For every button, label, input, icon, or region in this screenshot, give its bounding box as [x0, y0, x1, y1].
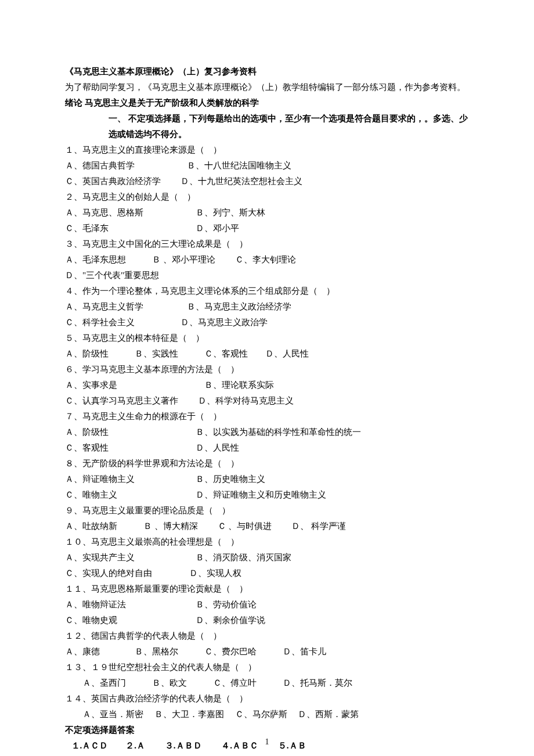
question: ５、马克思主义的根本特征是（ ）	[65, 330, 469, 346]
question: １３、１９世纪空想社会主义的代表人物是（ ）	[65, 660, 469, 675]
question: ７、马克思主义生命力的根源在于（ ）	[65, 409, 469, 424]
question: １４、英国古典政治经济学的代表人物是（ ）	[65, 691, 469, 707]
question: １、马克思主义的直接理论来源是（ ）	[65, 142, 469, 158]
option-line: Ａ、实事求是 Ｂ、理论联系实际	[65, 377, 469, 393]
question: １０、马克思主义最崇高的社会理想是（ ）	[65, 534, 469, 550]
option-line: Ａ、辩证唯物主义 Ｂ、历史唯物主义	[65, 471, 469, 487]
option-line: Ａ、阶级性 Ｂ、实践性 Ｃ、客观性 Ｄ、人民性	[65, 346, 469, 362]
option-line: Ｃ、认真学习马克思主义著作 Ｄ、科学对待马克思主义	[65, 393, 469, 409]
question: ９、马克思主义最重要的理论品质是（ ）	[65, 503, 469, 519]
option-line: Ａ、阶级性 Ｂ、以实践为基础的科学性和革命性的统一	[65, 424, 469, 440]
question: １１、马克思恩格斯最重要的理论贡献是（ ）	[65, 581, 469, 597]
option-line: Ａ、德国古典哲学 Ｂ、十八世纪法国唯物主义	[65, 158, 469, 174]
option-line: Ｃ、唯物主义 Ｄ、辩证唯物主义和历史唯物主义	[65, 487, 469, 503]
question: ２、马克思主义的创始人是（ ）	[65, 189, 469, 205]
question-list: １、马克思主义的直接理论来源是（ ）Ａ、德国古典哲学 Ｂ、十八世纪法国唯物主义Ｃ…	[65, 142, 469, 722]
option-line: Ｃ、客观性 Ｄ、人民性	[65, 440, 469, 456]
question: ３、马克思主义中国化的三大理论成果是（ ）	[65, 236, 469, 252]
option-line: Ａ、实现共产主义 Ｂ、消灭阶级、消灭国家	[65, 550, 469, 566]
option-line: Ｃ、唯物史观 Ｄ、剩余价值学说	[65, 613, 469, 628]
option-line: Ｃ、科学社会主义 Ｄ、马克思主义政治学	[65, 315, 469, 330]
option-line: Ａ、马克思、恩格斯 Ｂ、列宁、斯大林	[65, 205, 469, 221]
option-line: Ａ、圣西门 Ｂ、欧文 Ｃ、傅立叶 Ｄ、托马斯．莫尔	[65, 675, 469, 691]
option-line: Ｃ、实现人的绝对自由 Ｄ、实现人权	[65, 566, 469, 581]
page-title: 《马克思主义基本原理概论》（上）复习参考资料	[65, 64, 469, 80]
instruction-number: 一、	[109, 114, 126, 123]
document-page: 《马克思主义基本原理概论》（上）复习参考资料 为了帮助同学复习，《马克思主义基本…	[0, 0, 534, 756]
question: ４、作为一个理论整体，马克思主义理论体系的三个组成部分是（ ）	[65, 283, 469, 299]
option-line: Ａ、吐故纳新 Ｂ 、博大精深 Ｃ 、与时俱进 Ｄ、 科学严谨	[65, 519, 469, 534]
option-line: Ａ、马克思主义哲学 Ｂ、马克思主义政治经济学	[65, 299, 469, 315]
option-line: Ａ、唯物辩证法 Ｂ、劳动价值论	[65, 597, 469, 613]
option-line: Ｃ、毛泽东 Ｄ、邓小平	[65, 221, 469, 236]
section-title: 绪论 马克思主义是关于无产阶级和人类解放的科学	[65, 95, 469, 111]
option-line: Ｄ、"三个代表"重要思想	[65, 268, 469, 283]
question: ８、无产阶级的科学世界观和方法论是（ ）	[65, 456, 469, 471]
option-line: Ａ、毛泽东思想 Ｂ 、邓小平理论 Ｃ、李大钊理论	[65, 252, 469, 268]
instruction-text: 不定项选择题，下列每题给出的选项中，至少有一个选项是符合题目要求的，。多选、少选…	[109, 114, 468, 139]
answer-line: １.ＡＣＤ ２.Ａ ３.ＡＢＤ ４.ＡＢＣ ５.ＡＢ	[71, 738, 470, 754]
option-line: Ｃ、英国古典政治经济学 Ｄ、十九世纪英法空想社会主义	[65, 174, 469, 189]
question: １２、德国古典哲学的代表人物是（ ）	[65, 628, 469, 644]
page-number: 1	[265, 735, 269, 749]
instructions: 一、 不定项选择题，下列每题给出的选项中，至少有一个选项是符合题目要求的，。多选…	[65, 111, 469, 142]
intro-text: 为了帮助同学复习，《马克思主义基本原理概论》（上）教学组特编辑了一部分练习题，作…	[65, 80, 469, 95]
question: ６、学习马克思主义基本原理的方法是（ ）	[65, 362, 469, 377]
option-line: Ａ、亚当．斯密 Ｂ、大卫．李嘉图 Ｃ、马尔萨斯 Ｄ、西斯．蒙第	[65, 707, 469, 722]
option-line: Ａ、康德 Ｂ、黑格尔 Ｃ、费尔巴哈 Ｄ、笛卡儿	[65, 644, 469, 660]
